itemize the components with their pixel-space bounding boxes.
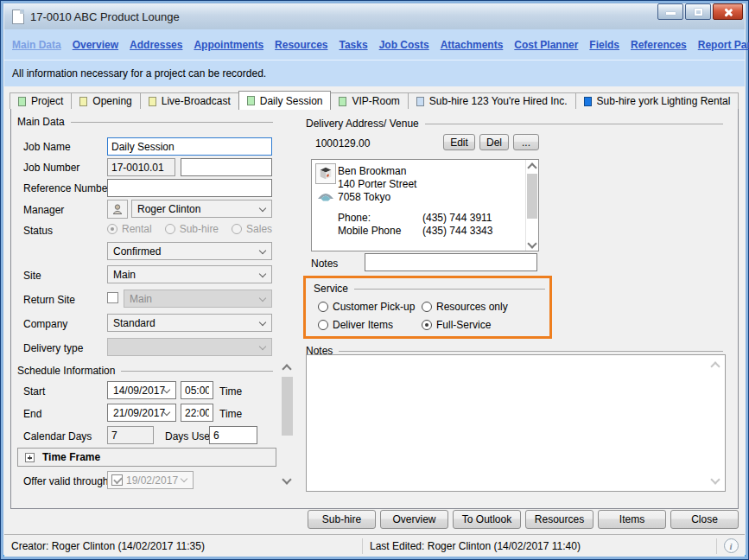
- section-title: Schedule Information: [17, 365, 115, 377]
- service-radio-deliver-items[interactable]: Deliver Items: [318, 319, 422, 331]
- nav-main-data[interactable]: Main Data: [12, 39, 61, 51]
- service-radio-resources-only[interactable]: Resources only: [422, 301, 508, 313]
- tab-project[interactable]: Project: [10, 92, 72, 109]
- days-used-label: Days Used: [165, 430, 216, 442]
- info-cell: i: [717, 538, 745, 553]
- app-window: 17-0010 ABC Product Lounge Main Data Ove…: [0, 0, 749, 560]
- scroll-down-icon[interactable]: [282, 474, 291, 484]
- phone-value: (435) 744 3911: [422, 212, 492, 224]
- nav-fields[interactable]: Fields: [589, 39, 619, 51]
- job-number-readonly: [107, 158, 175, 176]
- start-time-input[interactable]: [181, 381, 213, 399]
- items-button[interactable]: Items: [598, 510, 666, 529]
- delete-address-button[interactable]: Del: [479, 134, 509, 150]
- nav-cost-planner[interactable]: Cost Planner: [514, 39, 578, 51]
- end-time-label: Time: [219, 408, 242, 420]
- address-notes-label: Notes: [311, 258, 338, 270]
- company-select[interactable]: Standard: [107, 314, 272, 332]
- close-dialog-button[interactable]: Close: [670, 510, 739, 529]
- resources-button[interactable]: Resources: [525, 510, 593, 529]
- nav-appointments[interactable]: Appointments: [194, 39, 263, 51]
- tab-panel: Main Data Job Name Job Number Reference …: [10, 108, 739, 509]
- notes-textarea[interactable]: [306, 354, 726, 492]
- nav-tasks[interactable]: Tasks: [339, 39, 367, 51]
- status-value: Confirmed: [113, 245, 161, 258]
- package-icon: [318, 166, 333, 181]
- status-radio-sales[interactable]: Sales: [232, 223, 272, 235]
- overview-button[interactable]: Overview: [380, 510, 448, 529]
- tab-label: Sub-hire 123 You're Hired Inc.: [429, 95, 568, 107]
- nav-addresses[interactable]: Addresses: [130, 39, 182, 51]
- offer-valid-checkbox[interactable]: [111, 474, 123, 486]
- tab-vip-room[interactable]: VIP-Room: [330, 92, 408, 109]
- scroll-up-icon[interactable]: [527, 162, 536, 172]
- job-number-suffix-input[interactable]: [181, 158, 272, 176]
- days-used-input[interactable]: [209, 426, 257, 444]
- tab-subhire-123[interactable]: Sub-hire 123 You're Hired Inc.: [408, 92, 576, 109]
- manager-picker-button[interactable]: [107, 200, 128, 219]
- nav-job-costs[interactable]: Job Costs: [379, 39, 429, 51]
- address-notes-input[interactable]: [365, 253, 537, 271]
- nav-resources[interactable]: Resources: [275, 39, 327, 51]
- window-title: 17-0010 ABC Product Lounge: [30, 10, 180, 23]
- address-scrollbar[interactable]: [525, 160, 538, 251]
- package-icon-button[interactable]: [315, 163, 336, 184]
- edit-address-button[interactable]: Edit: [443, 134, 475, 150]
- service-section-header: Service: [314, 283, 545, 295]
- nav-overview[interactable]: Overview: [73, 39, 118, 51]
- end-date-picker[interactable]: 21/09/2017: [107, 404, 176, 422]
- scrollbar-thumb[interactable]: [527, 174, 537, 219]
- tab-daily-session[interactable]: Daily Session: [238, 91, 332, 110]
- site-select[interactable]: Main: [107, 265, 272, 283]
- nav-attachments[interactable]: Attachments: [441, 39, 504, 51]
- tab-color-square: [584, 97, 592, 106]
- return-site-checkbox[interactable]: [107, 292, 118, 303]
- info-bar: All information necessary for a project …: [4, 60, 745, 86]
- nav-bar: Main Data Overview Addresses Appointment…: [4, 29, 745, 60]
- radio-label: Sales: [246, 223, 272, 235]
- nav-report-parameter[interactable]: Report Parameter: [698, 39, 749, 51]
- reference-number-label: Reference Number: [23, 182, 111, 194]
- subhire-button[interactable]: Sub-hire: [308, 510, 376, 529]
- scroll-down-icon[interactable]: [527, 239, 536, 248]
- chevron-down-icon: [259, 205, 266, 212]
- offer-valid-label: Offer valid through: [23, 475, 109, 487]
- scrollbar-thumb[interactable]: [282, 377, 293, 436]
- tab-live-broadcast[interactable]: Live-Broadcast: [140, 92, 239, 109]
- status-radio-rental[interactable]: Rental: [107, 223, 152, 235]
- status-radio-subhire[interactable]: Sub-hire: [165, 223, 219, 235]
- nav-references[interactable]: References: [631, 39, 687, 51]
- end-time-input[interactable]: [181, 404, 213, 422]
- info-bar-text: All information necessary for a project …: [12, 67, 266, 80]
- maximize-button[interactable]: [685, 3, 711, 20]
- scroll-up-icon[interactable]: [282, 364, 291, 373]
- scroll-down-icon[interactable]: [710, 474, 720, 484]
- tab-subhire-york[interactable]: Sub-hire york Lighting Rental: [575, 92, 739, 109]
- scroll-up-icon[interactable]: [710, 361, 720, 371]
- start-date-picker[interactable]: 14/09/2017: [107, 381, 176, 399]
- minimize-button[interactable]: [657, 3, 683, 20]
- radio-label: Customer Pick-up: [333, 301, 415, 313]
- left-pane-scrollbar[interactable]: [281, 362, 294, 488]
- tab-strip: Project Opening Live-Broadcast Daily Ses…: [10, 90, 739, 109]
- tab-opening[interactable]: Opening: [71, 92, 140, 109]
- offer-valid-date-picker: 19/02/2017: [107, 471, 194, 489]
- more-address-button[interactable]: ...: [513, 134, 539, 150]
- document-icon: [12, 10, 24, 24]
- status-select[interactable]: Confirmed: [107, 242, 272, 260]
- address-number: 1000129.00: [315, 137, 370, 150]
- service-radio-customer-pickup[interactable]: Customer Pick-up: [318, 301, 422, 313]
- close-button[interactable]: [713, 3, 743, 20]
- info-icon[interactable]: i: [724, 538, 739, 553]
- title-bar[interactable]: 17-0010 ABC Product Lounge: [4, 4, 745, 29]
- end-label: End: [23, 408, 41, 420]
- service-radio-full-service[interactable]: Full-Service: [422, 319, 508, 331]
- company-value: Standard: [113, 317, 156, 329]
- manager-select[interactable]: Roger Clinton: [131, 200, 272, 218]
- reference-number-input[interactable]: [107, 179, 272, 197]
- job-name-input[interactable]: [107, 137, 272, 156]
- mobile-value: (435) 744 3343: [422, 225, 492, 237]
- to-outlook-button[interactable]: To Outlook: [453, 510, 521, 529]
- time-frame-expander[interactable]: Time Frame: [17, 448, 276, 467]
- manager-label: Manager: [23, 204, 64, 216]
